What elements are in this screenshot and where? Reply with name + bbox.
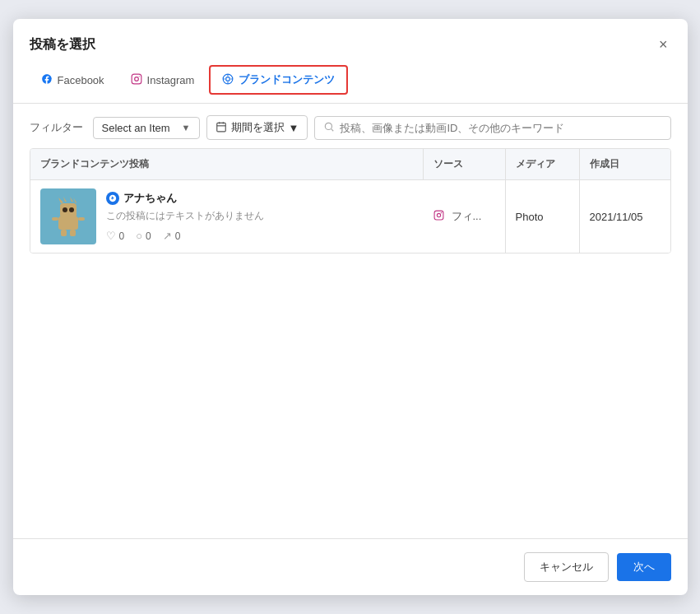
col-header-date: 作成日	[580, 149, 670, 179]
shares-stat: ↗ 0	[163, 230, 181, 242]
tab-instagram[interactable]: Instagram	[119, 67, 206, 93]
source-cell: フィ...	[424, 180, 506, 253]
search-box[interactable]	[314, 116, 670, 140]
comments-stat: ○ 0	[136, 230, 151, 242]
post-cell: アナちゃん この投稿にはテキストがありません ♡ 0 ○ 0 ↗	[30, 180, 424, 253]
post-info: アナちゃん この投稿にはテキストがありません ♡ 0 ○ 0 ↗	[106, 191, 264, 242]
search-input[interactable]	[340, 122, 661, 134]
next-button[interactable]: 次へ	[617, 553, 671, 581]
tab-instagram-label: Instagram	[147, 74, 195, 86]
instagram-icon	[131, 73, 142, 87]
col-header-source: ソース	[424, 149, 506, 179]
tab-brand[interactable]: ブランドコンテンツ	[209, 65, 348, 95]
media-cell: Photo	[506, 180, 580, 253]
svg-point-14	[69, 207, 74, 212]
svg-point-1	[134, 77, 138, 81]
dialog-title: 投稿を選択	[30, 36, 95, 53]
chevron-down-icon: ▼	[182, 123, 191, 133]
svg-line-9	[331, 128, 334, 131]
facebook-icon	[41, 73, 53, 87]
content-spacer	[13, 254, 688, 538]
filter-label: フィルター	[30, 120, 83, 135]
post-thumbnail	[40, 188, 96, 244]
svg-rect-22	[70, 230, 76, 236]
dialog: 投稿を選択 × Facebook Instagram ブランドコンテンツ	[13, 19, 688, 595]
table-row[interactable]: アナちゃん この投稿にはテキストがありません ♡ 0 ○ 0 ↗	[30, 180, 670, 253]
search-icon	[323, 121, 335, 135]
tab-brand-label: ブランドコンテンツ	[239, 72, 335, 87]
svg-point-2	[138, 76, 139, 77]
posts-table: ブランドコンテンツ投稿 ソース メディア 作成日	[30, 148, 671, 254]
svg-rect-23	[434, 211, 443, 220]
select-item-label: Select an Item	[102, 122, 170, 134]
heart-icon: ♡	[106, 230, 116, 242]
svg-rect-11	[58, 216, 78, 230]
svg-point-13	[63, 207, 67, 212]
svg-rect-19	[52, 217, 58, 221]
svg-point-24	[437, 213, 440, 216]
filter-row: フィルター Select an Item ▼ 期間を選択 ▼	[13, 104, 688, 148]
cancel-button[interactable]: キャンセル	[524, 552, 609, 582]
date-range-label: 期間を選択	[231, 120, 285, 135]
comment-icon: ○	[136, 230, 142, 242]
svg-rect-20	[78, 217, 85, 221]
tabs-row: Facebook Instagram ブランドコンテンツ	[13, 55, 688, 95]
likes-stat: ♡ 0	[106, 230, 125, 242]
footer-row: キャンセル 次へ	[13, 539, 688, 595]
brand-icon	[222, 73, 234, 87]
post-author: アナちゃん	[106, 191, 264, 206]
date-range-dropdown[interactable]: 期間を選択 ▼	[206, 115, 308, 140]
svg-point-8	[326, 123, 332, 129]
svg-rect-0	[132, 74, 141, 84]
dialog-header: 投稿を選択 ×	[13, 19, 688, 55]
date-cell: 2021/11/05	[580, 180, 670, 253]
select-item-dropdown[interactable]: Select an Item ▼	[93, 117, 200, 139]
author-platform-icon	[106, 192, 119, 205]
share-icon: ↗	[163, 230, 172, 242]
close-button[interactable]: ×	[656, 34, 671, 55]
svg-rect-21	[61, 230, 67, 236]
svg-point-25	[440, 212, 442, 214]
instagram-source-icon	[433, 210, 444, 223]
calendar-icon	[216, 121, 227, 135]
svg-rect-12	[60, 203, 76, 218]
svg-rect-4	[216, 123, 225, 132]
table-header: ブランドコンテンツ投稿 ソース メディア 作成日	[30, 149, 670, 180]
post-stats: ♡ 0 ○ 0 ↗ 0	[106, 230, 264, 242]
col-header-post: ブランドコンテンツ投稿	[30, 149, 424, 179]
tab-facebook-label: Facebook	[58, 74, 104, 86]
col-header-media: メディア	[506, 149, 580, 179]
post-text: この投稿にはテキストがありません	[106, 209, 264, 223]
date-chevron-icon: ▼	[289, 122, 299, 134]
tab-facebook[interactable]: Facebook	[30, 67, 116, 93]
